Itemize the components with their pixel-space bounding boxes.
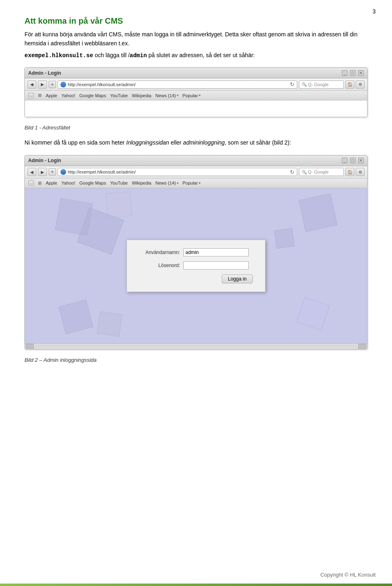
minimize-button-2[interactable]: _ xyxy=(342,158,347,163)
bookmarks-bar-2: 📖 ⊞ Apple Yahoo! Google Maps YouTube Wik… xyxy=(25,178,367,188)
example-paragraph: exempel.hlkonsult.se och lägga till /adm… xyxy=(24,51,368,60)
browser-navbar-2: ◀ ▶ + http://exempel.hlkonsult.se/admin/… xyxy=(25,166,367,178)
refresh-icon-2[interactable]: ↻ xyxy=(290,169,294,175)
address-bar-1[interactable]: http://exempel.hlkonsult.se/admin/ ↻ xyxy=(58,80,297,89)
settings-button-2[interactable]: ⚙ xyxy=(356,168,365,176)
popular-label-2: Popular xyxy=(183,180,198,185)
home-button-1[interactable]: 🏠 xyxy=(345,80,354,89)
paragraph3-italic2: admininloggning xyxy=(183,139,225,146)
footer-bar xyxy=(0,584,392,586)
extra-nav-buttons-2: 🏠 ⚙ xyxy=(345,168,365,176)
extra-nav-buttons-1: 🏠 ⚙ xyxy=(345,80,365,89)
search-bar-1[interactable]: 🔍 Q- Google xyxy=(299,80,344,89)
close-button-2[interactable]: ✕ xyxy=(358,158,364,163)
news-label-2: News (14) xyxy=(156,180,176,185)
password-input[interactable] xyxy=(183,261,249,270)
grid-icon-2: ⊞ xyxy=(38,180,42,186)
paragraph-3: Ni kommer då få upp en sida som heter In… xyxy=(24,138,368,148)
paragraph3-mid: eller xyxy=(169,139,183,146)
forward-button-2[interactable]: ▶ xyxy=(38,168,47,176)
password-label: Lösenord: xyxy=(139,263,180,268)
browser-content-2: Användarnamn: Lösenord: Logga in xyxy=(25,188,367,349)
new-tab-button-1[interactable]: + xyxy=(49,81,56,88)
bookmark-youtube-1[interactable]: YouTube xyxy=(110,93,128,98)
admin-bold: admin xyxy=(130,52,147,59)
bookmark-googlemaps-1[interactable]: Google Maps xyxy=(79,93,106,98)
address-bar-2[interactable]: http://exempel.hlkonsult.se/admin/ ↻ xyxy=(58,168,297,176)
maximize-button-1[interactable]: □ xyxy=(350,70,356,76)
deco-sq-8 xyxy=(274,228,295,249)
intro-paragraph: För att kunna börja använda vårt CMS, må… xyxy=(24,30,368,48)
window-controls-1: _ □ ✕ xyxy=(342,70,364,76)
horizontal-scrollbar[interactable] xyxy=(25,343,367,349)
bookmark-yahoo-1[interactable]: Yahoo! xyxy=(61,93,75,98)
caption-2: Bild 2 – Admin inloggningssida xyxy=(24,357,368,363)
bookmark-wikipedia-1[interactable]: Wikipedia xyxy=(132,93,151,98)
close-button-1[interactable]: ✕ xyxy=(358,70,364,76)
news-label-1: News (14) xyxy=(156,93,176,98)
footer: Copyright © HL Konsult xyxy=(320,572,376,578)
login-button-row: Logga in xyxy=(139,274,253,283)
bookmark-googlemaps-2[interactable]: Google Maps xyxy=(79,180,106,185)
page-number: 3 xyxy=(372,8,376,15)
refresh-icon-1[interactable]: ↻ xyxy=(290,81,294,87)
popular-label-1: Popular xyxy=(183,93,198,98)
login-button[interactable]: Logga in xyxy=(222,274,253,283)
scrollbar-left-btn[interactable] xyxy=(26,344,34,349)
browser-content-1 xyxy=(25,100,367,117)
new-tab-button-2[interactable]: + xyxy=(49,168,56,176)
scrollbar-right-btn[interactable] xyxy=(358,344,366,349)
browser-navbar-1: ◀ ▶ + http://exempel.hlkonsult.se/admin/… xyxy=(25,78,367,91)
bookmark-popular-1[interactable]: Popular ▾ xyxy=(183,93,200,98)
bookmark-news-1[interactable]: News (14) ▾ xyxy=(156,93,178,98)
browser-titlebar-1: Admin - Login _ □ ✕ xyxy=(25,68,367,78)
paragraph2-end: på slutet av adressen, så det ser ut såh… xyxy=(147,52,255,58)
login-form-box: Användarnamn: Lösenord: Logga in xyxy=(127,240,265,292)
deco-sq-2 xyxy=(105,191,132,218)
browser-screenshot-1: Admin - Login _ □ ✕ ◀ ▶ + http://exempel… xyxy=(24,67,368,117)
login-page-background: Användarnamn: Lösenord: Logga in xyxy=(25,188,367,343)
bookmarks-icon-2: 📖 xyxy=(28,180,34,186)
news-dropdown-arrow-2: ▾ xyxy=(177,181,178,185)
paragraph3-end: , som ser ut såhär (bild 2): xyxy=(225,139,291,146)
browser-title-1: Admin - Login xyxy=(28,70,61,76)
back-button-1[interactable]: ◀ xyxy=(27,80,36,89)
search-icon-2: 🔍 xyxy=(302,170,307,174)
search-placeholder-2: Q- Google xyxy=(308,169,329,174)
deco-sq-6 xyxy=(299,194,338,232)
username-row: Användarnamn: xyxy=(139,248,253,256)
settings-button-1[interactable]: ⚙ xyxy=(356,80,365,89)
grid-icon-1: ⊞ xyxy=(38,93,42,98)
bookmark-apple-1[interactable]: Apple xyxy=(46,93,57,98)
url-text-2: http://exempel.hlkonsult.se/admin/ xyxy=(68,169,136,174)
news-dropdown-arrow-1: ▾ xyxy=(177,94,178,97)
bookmark-apple-2[interactable]: Apple xyxy=(46,180,57,185)
search-bar-2[interactable]: 🔍 Q- Google xyxy=(299,168,344,176)
window-controls-2: _ □ ✕ xyxy=(342,158,364,163)
search-placeholder-1: Q- Google xyxy=(308,82,329,87)
bookmark-news-2[interactable]: News (14) ▾ xyxy=(156,180,178,185)
minimize-button-1[interactable]: _ xyxy=(342,70,347,76)
bookmark-yahoo-2[interactable]: Yahoo! xyxy=(61,180,75,185)
paragraph3-italic1: Inloggningssidan xyxy=(126,139,169,146)
address-icon-1 xyxy=(60,82,66,87)
example-domain: exempel.hlkonsult.se xyxy=(24,52,93,59)
password-row: Lösenord: xyxy=(139,261,253,270)
bookmark-youtube-2[interactable]: YouTube xyxy=(110,180,128,185)
scrollbar-track xyxy=(35,345,357,348)
browser-title-2: Admin - Login xyxy=(28,158,61,163)
deco-sq-5 xyxy=(97,311,122,336)
bookmark-popular-2[interactable]: Popular ▾ xyxy=(183,180,200,185)
username-input[interactable] xyxy=(183,248,249,256)
bookmark-wikipedia-2[interactable]: Wikipedia xyxy=(132,180,151,185)
deco-sq-7 xyxy=(296,297,330,331)
maximize-button-2[interactable]: □ xyxy=(350,158,356,163)
bookmarks-bar-1: 📖 ⊞ Apple Yahoo! Google Maps YouTube Wik… xyxy=(25,91,367,100)
home-button-2[interactable]: 🏠 xyxy=(345,168,354,176)
back-button-2[interactable]: ◀ xyxy=(27,168,36,176)
popular-dropdown-arrow-2: ▾ xyxy=(199,181,200,185)
footer-text: Copyright © HL Konsult xyxy=(320,572,376,578)
address-icon-2 xyxy=(60,169,66,175)
search-icon-1: 🔍 xyxy=(302,82,307,87)
forward-button-1[interactable]: ▶ xyxy=(38,80,47,89)
